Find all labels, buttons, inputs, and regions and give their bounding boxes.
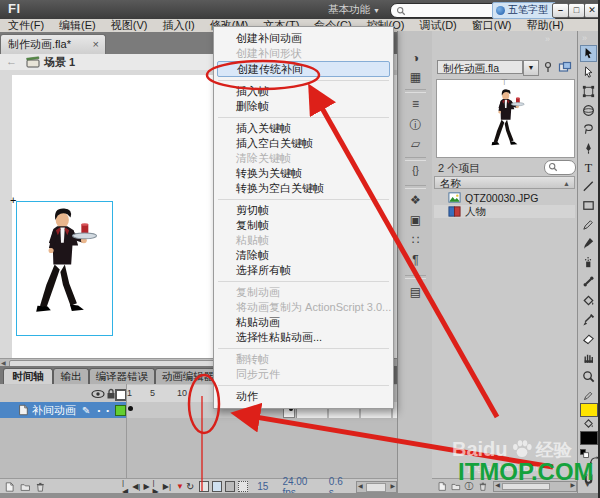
menu-item-create-classic-tween[interactable]: 创建传统补间	[217, 61, 390, 77]
tool-free-transform[interactable]	[580, 83, 597, 100]
menu-item-paste-motion[interactable]: 粘贴动画	[215, 315, 392, 330]
layer-row[interactable]: 补间动画 ✎ • •	[0, 402, 126, 418]
tool-text[interactable]	[580, 159, 597, 176]
menu-item-convert-to-blank-keyframes[interactable]: 转换为空白关键帧	[215, 181, 392, 196]
delete-item-button[interactable]	[478, 481, 488, 492]
delete-layer-button[interactable]	[35, 481, 46, 493]
components-panel-icon[interactable]: ❖	[398, 193, 433, 207]
info-panel-icon[interactable]: ⓘ	[398, 117, 433, 134]
waiter-character-image[interactable]	[20, 206, 102, 328]
menu-item-insert-blank-keyframe[interactable]: 插入空白关键帧	[215, 136, 392, 151]
tool-3d-rotation[interactable]	[580, 102, 597, 119]
sort-arrow-icon[interactable]: ▲	[563, 178, 570, 190]
tool-hand[interactable]	[580, 349, 597, 366]
panel-expand-icon[interactable]: »	[582, 33, 587, 43]
tool-selection[interactable]	[580, 45, 597, 62]
play-button[interactable]: ▶	[143, 482, 149, 491]
tab-timeline[interactable]: 时间轴	[3, 368, 53, 385]
stroke-color-swatch[interactable]	[580, 403, 598, 417]
new-library-panel-icon[interactable]	[558, 61, 572, 73]
library-document-selector[interactable]: 制作动画.fla	[437, 60, 523, 74]
menu-item-insert-keyframe[interactable]: 插入关键帧	[215, 121, 392, 136]
tool-paint-bucket[interactable]	[580, 292, 597, 309]
layer-visible-dot[interactable]: •	[97, 406, 100, 415]
library-search-input[interactable]	[544, 160, 576, 175]
library-horizontal-scrollbar[interactable]: ◀ ▶	[493, 481, 577, 492]
new-folder-button[interactable]	[20, 481, 31, 493]
scrollbar-thumb[interactable]	[366, 483, 386, 492]
dropdown-arrow-icon[interactable]: ▼	[523, 60, 539, 76]
project-panel-icon[interactable]: ▤	[398, 285, 433, 299]
loop-button[interactable]: ↻	[186, 481, 194, 492]
scroll-right-icon[interactable]: ▶	[570, 481, 575, 488]
tool-pencil[interactable]	[580, 216, 597, 233]
maximize-button[interactable]: □	[568, 3, 585, 18]
tab-compiler-errors[interactable]: 编译器错误	[89, 368, 155, 385]
tool-pen[interactable]	[580, 140, 597, 157]
transform-panel-icon[interactable]: ▱	[398, 137, 433, 151]
tool-spray-brush[interactable]	[580, 254, 597, 271]
show-hide-layers-icon[interactable]	[91, 389, 105, 399]
menu-edit[interactable]: 编辑(E)	[59, 19, 96, 32]
item-properties-button[interactable]: ⓘ	[465, 480, 474, 493]
onion-skin-button[interactable]	[212, 481, 222, 492]
minimize-button[interactable]: –	[552, 3, 569, 18]
edit-multiple-frames-button[interactable]	[238, 481, 248, 492]
back-arrow-icon[interactable]: ←	[6, 55, 17, 67]
menu-item-select-all-frames[interactable]: 选择所有帧	[215, 263, 392, 278]
code-snippets-panel-icon[interactable]: {}	[398, 165, 433, 176]
motion-presets-panel-icon[interactable]: ∷	[398, 233, 433, 247]
menu-insert[interactable]: 插入(I)	[162, 19, 194, 32]
tool-brush[interactable]	[580, 235, 597, 252]
swatches-panel-icon[interactable]: ▦	[398, 70, 433, 84]
scroll-left-icon[interactable]: ◀	[495, 481, 500, 488]
align-panel-icon[interactable]: ≡	[398, 97, 433, 111]
center-frame-button[interactable]	[199, 481, 209, 492]
last-frame-button[interactable]: ▶|	[163, 482, 171, 491]
tool-eyedropper[interactable]	[580, 311, 597, 328]
name-column-header[interactable]: 名称 ▲	[434, 176, 575, 189]
layer-lock-dot[interactable]: •	[106, 406, 109, 415]
library-row-bitmap[interactable]: QTZ00030.JPG	[434, 191, 575, 204]
document-tab[interactable]: 制作动画.fla* ×	[0, 34, 106, 54]
tool-subselection[interactable]	[580, 64, 597, 81]
document-close-icon[interactable]: ×	[93, 35, 99, 54]
layer-outline-color-swatch[interactable]	[115, 405, 126, 416]
menu-item-cut-frames[interactable]: 剪切帧	[215, 203, 392, 218]
tool-rectangle[interactable]	[580, 197, 597, 214]
menu-item-convert-to-keyframes[interactable]: 转换为关键帧	[215, 166, 392, 181]
component-inspector-panel-icon[interactable]: ▣	[398, 213, 433, 227]
workspace-switcher[interactable]: 基本功能 ▼	[328, 3, 380, 17]
menu-item-actions[interactable]: 动作	[215, 389, 392, 404]
library-row-symbol[interactable]: 人物	[434, 205, 575, 218]
previous-frame-button[interactable]: ◀|	[132, 482, 140, 491]
color-panel-icon[interactable]: ◑	[398, 51, 433, 65]
fill-color-swatch[interactable]	[580, 431, 598, 445]
menu-item-remove-frames[interactable]: 删除帧	[215, 99, 392, 114]
menu-item-copy-frames[interactable]: 复制帧	[215, 218, 392, 233]
scroll-left-icon[interactable]: ◀	[358, 482, 363, 489]
menu-view[interactable]: 视图(V)	[111, 19, 148, 32]
strings-panel-icon[interactable]: ¶	[398, 253, 433, 267]
tab-output[interactable]: 输出	[53, 368, 89, 385]
tool-lasso[interactable]	[580, 121, 597, 138]
scrollbar-thumb[interactable]	[502, 483, 550, 490]
panel-expand-icon[interactable]: »	[545, 34, 550, 44]
timeline-horizontal-scrollbar[interactable]: ◀ ▶	[356, 481, 397, 493]
new-folder-button[interactable]	[451, 481, 461, 492]
scroll-left-icon[interactable]: ◀	[1, 359, 6, 366]
new-layer-button[interactable]	[4, 481, 15, 493]
new-symbol-button[interactable]	[437, 481, 447, 492]
tool-eraser[interactable]	[580, 330, 597, 347]
tool-line[interactable]	[580, 178, 597, 195]
scroll-right-icon[interactable]: ▶	[390, 482, 395, 489]
menu-item-insert-frame[interactable]: 插入帧	[215, 84, 392, 99]
ime-indicator[interactable]: 五笔字型	[492, 2, 556, 19]
menu-item-paste-motion-special[interactable]: 选择性粘贴动画...	[215, 330, 392, 345]
menu-item-clear-frames[interactable]: 清除帧	[215, 248, 392, 263]
onion-skin-outlines-button[interactable]	[225, 481, 235, 492]
menu-file[interactable]: 文件(F)	[8, 19, 44, 32]
tool-zoom[interactable]	[580, 368, 597, 385]
tab-motion-editor[interactable]: 动画编辑器	[155, 368, 221, 385]
layer-name[interactable]: 补间动画	[32, 403, 76, 418]
